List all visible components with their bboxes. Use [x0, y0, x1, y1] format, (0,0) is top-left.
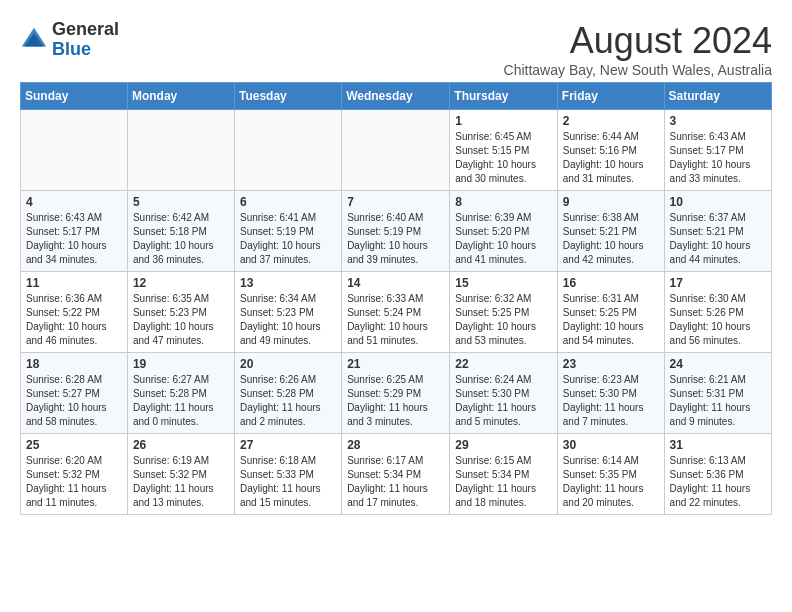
- calendar-cell: 20Sunrise: 6:26 AM Sunset: 5:28 PM Dayli…: [234, 353, 341, 434]
- day-number: 5: [133, 195, 229, 209]
- day-number: 28: [347, 438, 444, 452]
- calendar-cell: 29Sunrise: 6:15 AM Sunset: 5:34 PM Dayli…: [450, 434, 558, 515]
- logo: General Blue: [20, 20, 119, 60]
- day-number: 10: [670, 195, 766, 209]
- day-number: 16: [563, 276, 659, 290]
- day-header-sunday: Sunday: [21, 83, 128, 110]
- calendar-cell: 9Sunrise: 6:38 AM Sunset: 5:21 PM Daylig…: [557, 191, 664, 272]
- calendar-cell: 31Sunrise: 6:13 AM Sunset: 5:36 PM Dayli…: [664, 434, 771, 515]
- calendar-cell: 2Sunrise: 6:44 AM Sunset: 5:16 PM Daylig…: [557, 110, 664, 191]
- calendar-cell: 8Sunrise: 6:39 AM Sunset: 5:20 PM Daylig…: [450, 191, 558, 272]
- day-info: Sunrise: 6:23 AM Sunset: 5:30 PM Dayligh…: [563, 373, 659, 429]
- day-number: 23: [563, 357, 659, 371]
- day-number: 13: [240, 276, 336, 290]
- day-info: Sunrise: 6:39 AM Sunset: 5:20 PM Dayligh…: [455, 211, 552, 267]
- week-row-1: 1Sunrise: 6:45 AM Sunset: 5:15 PM Daylig…: [21, 110, 772, 191]
- day-number: 1: [455, 114, 552, 128]
- day-number: 8: [455, 195, 552, 209]
- calendar-cell: 12Sunrise: 6:35 AM Sunset: 5:23 PM Dayli…: [127, 272, 234, 353]
- calendar-cell: [234, 110, 341, 191]
- day-number: 20: [240, 357, 336, 371]
- day-info: Sunrise: 6:24 AM Sunset: 5:30 PM Dayligh…: [455, 373, 552, 429]
- day-info: Sunrise: 6:40 AM Sunset: 5:19 PM Dayligh…: [347, 211, 444, 267]
- day-number: 9: [563, 195, 659, 209]
- calendar-cell: [127, 110, 234, 191]
- day-number: 14: [347, 276, 444, 290]
- day-number: 4: [26, 195, 122, 209]
- calendar-cell: 24Sunrise: 6:21 AM Sunset: 5:31 PM Dayli…: [664, 353, 771, 434]
- day-info: Sunrise: 6:34 AM Sunset: 5:23 PM Dayligh…: [240, 292, 336, 348]
- calendar-cell: 14Sunrise: 6:33 AM Sunset: 5:24 PM Dayli…: [342, 272, 450, 353]
- day-number: 25: [26, 438, 122, 452]
- day-number: 24: [670, 357, 766, 371]
- day-info: Sunrise: 6:43 AM Sunset: 5:17 PM Dayligh…: [670, 130, 766, 186]
- day-info: Sunrise: 6:43 AM Sunset: 5:17 PM Dayligh…: [26, 211, 122, 267]
- day-header-tuesday: Tuesday: [234, 83, 341, 110]
- calendar-table: SundayMondayTuesdayWednesdayThursdayFrid…: [20, 82, 772, 515]
- day-number: 26: [133, 438, 229, 452]
- day-info: Sunrise: 6:33 AM Sunset: 5:24 PM Dayligh…: [347, 292, 444, 348]
- day-number: 6: [240, 195, 336, 209]
- day-info: Sunrise: 6:17 AM Sunset: 5:34 PM Dayligh…: [347, 454, 444, 510]
- calendar-cell: 3Sunrise: 6:43 AM Sunset: 5:17 PM Daylig…: [664, 110, 771, 191]
- logo-text: General Blue: [52, 20, 119, 60]
- day-info: Sunrise: 6:27 AM Sunset: 5:28 PM Dayligh…: [133, 373, 229, 429]
- day-header-wednesday: Wednesday: [342, 83, 450, 110]
- day-info: Sunrise: 6:44 AM Sunset: 5:16 PM Dayligh…: [563, 130, 659, 186]
- day-number: 29: [455, 438, 552, 452]
- day-info: Sunrise: 6:45 AM Sunset: 5:15 PM Dayligh…: [455, 130, 552, 186]
- week-row-2: 4Sunrise: 6:43 AM Sunset: 5:17 PM Daylig…: [21, 191, 772, 272]
- logo-icon: [20, 26, 48, 54]
- calendar-cell: 5Sunrise: 6:42 AM Sunset: 5:18 PM Daylig…: [127, 191, 234, 272]
- day-info: Sunrise: 6:19 AM Sunset: 5:32 PM Dayligh…: [133, 454, 229, 510]
- calendar-body: 1Sunrise: 6:45 AM Sunset: 5:15 PM Daylig…: [21, 110, 772, 515]
- day-number: 21: [347, 357, 444, 371]
- calendar-cell: 15Sunrise: 6:32 AM Sunset: 5:25 PM Dayli…: [450, 272, 558, 353]
- day-header-saturday: Saturday: [664, 83, 771, 110]
- day-info: Sunrise: 6:35 AM Sunset: 5:23 PM Dayligh…: [133, 292, 229, 348]
- day-number: 30: [563, 438, 659, 452]
- day-number: 2: [563, 114, 659, 128]
- calendar-cell: 6Sunrise: 6:41 AM Sunset: 5:19 PM Daylig…: [234, 191, 341, 272]
- calendar-cell: 18Sunrise: 6:28 AM Sunset: 5:27 PM Dayli…: [21, 353, 128, 434]
- day-info: Sunrise: 6:42 AM Sunset: 5:18 PM Dayligh…: [133, 211, 229, 267]
- calendar-cell: 22Sunrise: 6:24 AM Sunset: 5:30 PM Dayli…: [450, 353, 558, 434]
- calendar-cell: 1Sunrise: 6:45 AM Sunset: 5:15 PM Daylig…: [450, 110, 558, 191]
- calendar-cell: [21, 110, 128, 191]
- week-row-4: 18Sunrise: 6:28 AM Sunset: 5:27 PM Dayli…: [21, 353, 772, 434]
- day-info: Sunrise: 6:38 AM Sunset: 5:21 PM Dayligh…: [563, 211, 659, 267]
- calendar-cell: [342, 110, 450, 191]
- calendar-cell: 4Sunrise: 6:43 AM Sunset: 5:17 PM Daylig…: [21, 191, 128, 272]
- calendar-cell: 21Sunrise: 6:25 AM Sunset: 5:29 PM Dayli…: [342, 353, 450, 434]
- day-number: 17: [670, 276, 766, 290]
- week-row-5: 25Sunrise: 6:20 AM Sunset: 5:32 PM Dayli…: [21, 434, 772, 515]
- location-subtitle: Chittaway Bay, New South Wales, Australi…: [504, 62, 772, 78]
- calendar-cell: 26Sunrise: 6:19 AM Sunset: 5:32 PM Dayli…: [127, 434, 234, 515]
- calendar-cell: 16Sunrise: 6:31 AM Sunset: 5:25 PM Dayli…: [557, 272, 664, 353]
- day-number: 15: [455, 276, 552, 290]
- day-info: Sunrise: 6:28 AM Sunset: 5:27 PM Dayligh…: [26, 373, 122, 429]
- calendar-cell: 23Sunrise: 6:23 AM Sunset: 5:30 PM Dayli…: [557, 353, 664, 434]
- day-header-thursday: Thursday: [450, 83, 558, 110]
- day-info: Sunrise: 6:37 AM Sunset: 5:21 PM Dayligh…: [670, 211, 766, 267]
- page-header: General Blue August 2024 Chittaway Bay, …: [20, 20, 772, 78]
- week-row-3: 11Sunrise: 6:36 AM Sunset: 5:22 PM Dayli…: [21, 272, 772, 353]
- calendar-header: SundayMondayTuesdayWednesdayThursdayFrid…: [21, 83, 772, 110]
- day-info: Sunrise: 6:26 AM Sunset: 5:28 PM Dayligh…: [240, 373, 336, 429]
- day-number: 27: [240, 438, 336, 452]
- day-info: Sunrise: 6:25 AM Sunset: 5:29 PM Dayligh…: [347, 373, 444, 429]
- day-info: Sunrise: 6:18 AM Sunset: 5:33 PM Dayligh…: [240, 454, 336, 510]
- calendar-cell: 17Sunrise: 6:30 AM Sunset: 5:26 PM Dayli…: [664, 272, 771, 353]
- day-info: Sunrise: 6:15 AM Sunset: 5:34 PM Dayligh…: [455, 454, 552, 510]
- day-number: 19: [133, 357, 229, 371]
- day-number: 18: [26, 357, 122, 371]
- day-number: 31: [670, 438, 766, 452]
- day-header-friday: Friday: [557, 83, 664, 110]
- calendar-cell: 30Sunrise: 6:14 AM Sunset: 5:35 PM Dayli…: [557, 434, 664, 515]
- day-number: 22: [455, 357, 552, 371]
- day-info: Sunrise: 6:14 AM Sunset: 5:35 PM Dayligh…: [563, 454, 659, 510]
- day-info: Sunrise: 6:30 AM Sunset: 5:26 PM Dayligh…: [670, 292, 766, 348]
- day-info: Sunrise: 6:32 AM Sunset: 5:25 PM Dayligh…: [455, 292, 552, 348]
- day-info: Sunrise: 6:13 AM Sunset: 5:36 PM Dayligh…: [670, 454, 766, 510]
- day-info: Sunrise: 6:21 AM Sunset: 5:31 PM Dayligh…: [670, 373, 766, 429]
